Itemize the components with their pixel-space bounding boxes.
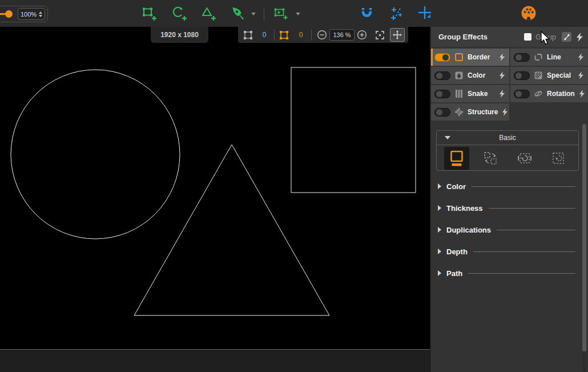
rotation-animate-button[interactable] — [579, 90, 585, 98]
structure-icon — [454, 107, 464, 117]
animate-all-button[interactable] — [576, 33, 583, 42]
group-effects-panel: Group Effects Group Border — [430, 27, 588, 372]
border-preset-box: Basic — [436, 130, 579, 171]
preset-dropdown[interactable]: Basic — [437, 131, 578, 145]
auto-node-button[interactable] — [389, 5, 406, 22]
special-animate-button[interactable] — [578, 71, 584, 79]
resize-diagonal-icon — [563, 34, 570, 41]
mode-rotate-button[interactable] — [546, 147, 571, 170]
fit-view-button[interactable] — [373, 27, 386, 43]
frame-tool-button[interactable] — [273, 5, 290, 22]
color-animate-button[interactable] — [499, 71, 505, 79]
view-controls-bar: 0 0 136 % — [238, 27, 408, 43]
zoom-out-button[interactable] — [316, 27, 328, 43]
panel-title: Group Effects — [438, 33, 488, 41]
add-ellipse-icon — [171, 5, 188, 22]
preset-dropdown-value: Basic — [499, 134, 515, 142]
canvas-shapes-layer — [0, 27, 430, 349]
selection-bbox-gray-icon — [241, 27, 254, 43]
structure-animate-button[interactable] — [502, 108, 508, 116]
line-animate-button[interactable] — [578, 53, 584, 61]
magnet-snap-icon — [358, 5, 375, 22]
special-toggle[interactable] — [514, 71, 530, 80]
section-divider — [472, 186, 575, 187]
effect-line[interactable]: Line — [510, 49, 588, 66]
add-guide-button[interactable] — [417, 5, 434, 22]
drawing-canvas[interactable] — [0, 27, 430, 349]
panel-scrollbar[interactable] — [582, 124, 586, 372]
add-rectangle-icon — [141, 5, 158, 22]
palette-button[interactable] — [520, 5, 537, 22]
effect-border[interactable]: Border — [431, 49, 509, 66]
mouse-cursor — [540, 31, 551, 46]
effect-rotation[interactable]: Rotation — [510, 85, 588, 102]
snake-animate-button[interactable] — [499, 90, 505, 98]
section-duplications[interactable]: Duplications — [438, 225, 575, 235]
mode-rotate-bars-button[interactable] — [512, 147, 537, 170]
zoom-in-button[interactable] — [356, 27, 368, 43]
border-toggle[interactable] — [434, 53, 450, 62]
mode-rotate-bars-icon — [517, 151, 532, 166]
pen-tool-button[interactable] — [230, 5, 247, 22]
magnet-snap-button[interactable] — [358, 5, 375, 22]
chevron-right-icon — [438, 183, 441, 189]
effect-special[interactable]: Special — [510, 67, 588, 84]
section-divider — [473, 251, 575, 252]
timeline-strip — [0, 349, 430, 372]
section-thickness[interactable]: Thickness — [438, 203, 575, 213]
mode-transform-button[interactable] — [478, 147, 503, 170]
section-path[interactable]: Path — [438, 268, 575, 278]
border-animate-button[interactable] — [499, 53, 505, 61]
special-icon — [534, 71, 543, 80]
section-color[interactable]: Color — [438, 181, 575, 191]
add-ellipse-button[interactable] — [171, 5, 188, 22]
frame-tool-dropdown-arrow[interactable] — [296, 13, 300, 15]
toolbar-separator — [264, 7, 264, 21]
keyframe-count-field[interactable]: 0 — [257, 27, 271, 43]
group-checkbox[interactable] — [524, 33, 531, 41]
spinbox-arrows[interactable] — [39, 11, 42, 17]
effect-structure[interactable]: Structure — [431, 103, 509, 121]
slider-knob[interactable] — [5, 10, 13, 18]
line-toggle[interactable] — [514, 53, 530, 62]
color-toggle[interactable] — [434, 71, 450, 80]
line-icon — [534, 53, 543, 62]
zoom-out-icon — [317, 30, 327, 40]
snake-toggle[interactable] — [434, 90, 450, 98]
percent-spinbox[interactable]: 100% — [18, 8, 45, 20]
fit-view-icon — [374, 30, 385, 41]
canvas-shape-rect[interactable] — [291, 67, 416, 193]
percent-spinbox-value: 100% — [21, 11, 37, 18]
structure-toggle[interactable] — [434, 108, 450, 117]
add-polygon-button[interactable] — [200, 5, 218, 22]
zoom-level-field[interactable]: 136 % — [329, 29, 355, 41]
document-size-label: 1920 x 1080 — [151, 27, 208, 43]
node-count-field[interactable]: 0 — [294, 27, 308, 43]
section-depth[interactable]: Depth — [438, 246, 575, 257]
pen-tool-icon — [230, 5, 247, 22]
lightning-icon — [576, 33, 583, 42]
snake-icon — [454, 89, 464, 98]
section-divider — [468, 273, 575, 274]
canvas-shape-polygon[interactable] — [134, 145, 329, 315]
mode-outline-button[interactable] — [444, 147, 469, 170]
rotation-toggle[interactable] — [514, 90, 530, 98]
top-toolbar: 100% — [0, 0, 588, 27]
expand-panel-button[interactable] — [562, 32, 571, 42]
selection-bbox-orange-icon — [277, 27, 290, 43]
effects-grid-empty-cell — [510, 103, 588, 121]
pan-tool-button[interactable] — [390, 28, 405, 42]
effects-grid: Border Line — [431, 49, 588, 121]
bar-separator — [274, 29, 275, 41]
add-polygon-icon — [200, 5, 218, 22]
mode-transform-icon — [483, 151, 498, 166]
pen-tool-dropdown-arrow[interactable] — [251, 13, 256, 15]
canvas-shape-circle[interactable] — [11, 70, 180, 239]
border-mode-buttons — [437, 145, 578, 171]
chevron-right-icon — [438, 270, 441, 276]
section-divider — [489, 208, 575, 209]
effect-color[interactable]: Color — [431, 67, 509, 84]
effect-snake[interactable]: Snake — [431, 85, 509, 102]
scrollbar-handle[interactable] — [582, 124, 586, 351]
add-rectangle-button[interactable] — [141, 5, 158, 22]
